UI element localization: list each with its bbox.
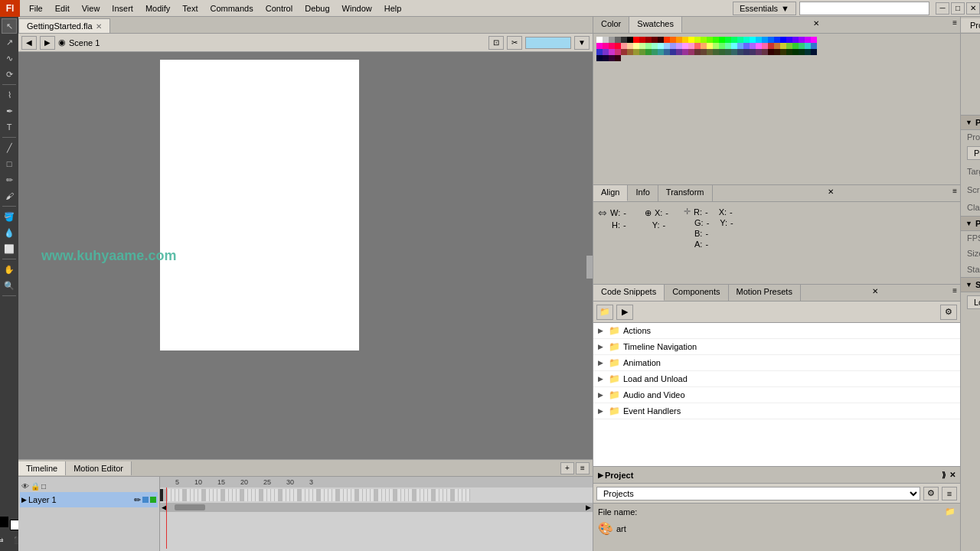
color-swatch[interactable] [603, 49, 609, 55]
color-swatch[interactable] [811, 37, 817, 43]
snippets-item-actions[interactable]: ▶ 📁 Actions [593, 323, 960, 339]
color-swatch[interactable] [596, 55, 603, 61]
color-swatch[interactable] [688, 49, 694, 55]
timeline-scrollbar[interactable]: ◀ ▶ [160, 503, 593, 512]
color-swatch[interactable] [603, 55, 609, 61]
snippets-item-load-unload[interactable]: ▶ 📁 Load and Unload [593, 371, 960, 387]
color-swatch[interactable] [743, 49, 750, 55]
file-tab[interactable]: GettingStarted.fla ✕ [18, 18, 110, 33]
color-swatch[interactable] [786, 49, 792, 55]
color-swatch[interactable] [792, 43, 799, 49]
color-swatch[interactable] [621, 37, 627, 43]
color-swatch[interactable] [694, 49, 701, 55]
snippets-item-audio-video[interactable]: ▶ 📁 Audio and Video [593, 387, 960, 403]
color-swatch[interactable] [664, 37, 670, 43]
forward-button[interactable]: ▶ [40, 36, 55, 50]
color-swatch[interactable] [756, 37, 762, 43]
color-swatch[interactable] [682, 49, 688, 55]
menu-text[interactable]: Text [176, 2, 204, 15]
zoom-input[interactable]: 100% [525, 37, 571, 49]
color-swatch[interactable] [805, 37, 811, 43]
frame-cell[interactable] [466, 489, 470, 501]
tab-motion-presets[interactable]: Motion Presets [729, 285, 801, 301]
clip-button[interactable]: ✂ [507, 36, 522, 50]
color-swatch[interactable] [658, 37, 664, 43]
menu-edit[interactable]: Edit [49, 2, 76, 15]
publish-section-header[interactable]: ▼ PUBLISH [961, 115, 980, 130]
color-swatch[interactable] [596, 37, 603, 43]
swap-colors-button[interactable]: ⇄ [0, 533, 8, 548]
color-swatch[interactable] [743, 43, 750, 49]
color-swatch[interactable] [762, 49, 768, 55]
file-tab-close[interactable]: ✕ [96, 22, 102, 31]
color-swatch[interactable] [670, 43, 676, 49]
color-swatch[interactable] [615, 37, 621, 43]
tool-pencil[interactable]: ✏ [2, 172, 17, 187]
color-swatch[interactable] [737, 37, 743, 43]
swf-history-header[interactable]: ▼ SWF HISTORY [961, 277, 980, 292]
color-swatch[interactable] [774, 37, 780, 43]
color-swatch[interactable] [719, 49, 725, 55]
color-swatch[interactable] [609, 43, 615, 49]
color-swatch[interactable] [774, 49, 780, 55]
color-swatch[interactable] [780, 37, 786, 43]
color-swatch[interactable] [627, 37, 633, 43]
color-swatch[interactable] [645, 37, 652, 43]
snippets-item-animation[interactable]: ▶ 📁 Animation [593, 355, 960, 371]
close-button[interactable]: ✕ [966, 2, 980, 15]
color-swatch[interactable] [621, 49, 627, 55]
minimize-button[interactable]: ─ [936, 2, 949, 15]
color-swatch[interactable] [652, 49, 658, 55]
color-swatch[interactable] [615, 43, 621, 49]
color-panel-expand[interactable]: ≡ [949, 17, 960, 33]
layer-1-row[interactable]: ▶ Layer 1 ✏ [20, 492, 158, 507]
color-swatch[interactable] [639, 37, 645, 43]
tool-select[interactable]: ↖ [2, 18, 17, 34]
projects-dropdown[interactable]: Projects [596, 487, 920, 500]
color-swatch[interactable] [780, 49, 786, 55]
publish-settings-btn[interactable]: Publish Settings... [967, 146, 980, 160]
timeline-add-layer[interactable]: + [560, 462, 574, 474]
color-swatch[interactable] [688, 43, 694, 49]
snippets-play-btn[interactable]: ▶ [616, 305, 633, 320]
color-swatch[interactable] [762, 37, 768, 43]
color-swatch[interactable] [707, 43, 713, 49]
snippets-item-timeline-nav[interactable]: ▶ 📁 Timeline Navigation [593, 339, 960, 355]
tool-eraser[interactable]: ⬜ [2, 241, 17, 256]
tab-properties[interactable]: Properties [961, 18, 980, 32]
menu-help[interactable]: Help [378, 2, 408, 15]
scrollbar-thumb[interactable] [175, 504, 205, 510]
color-swatch[interactable] [792, 49, 799, 55]
color-swatch[interactable] [786, 37, 792, 43]
color-swatch[interactable] [799, 37, 805, 43]
tool-subselect[interactable]: ↗ [2, 34, 17, 50]
color-swatch[interactable] [670, 49, 676, 55]
color-swatch[interactable] [670, 37, 676, 43]
color-swatch[interactable] [603, 43, 609, 49]
project-panel-close-btn[interactable]: ✕ [949, 471, 956, 479]
color-swatch[interactable] [792, 37, 799, 43]
color-swatch[interactable] [664, 43, 670, 49]
color-swatch[interactable] [701, 37, 707, 43]
color-swatch[interactable] [707, 37, 713, 43]
tool-eyedrop[interactable]: 💧 [2, 225, 17, 240]
color-swatch[interactable] [750, 49, 756, 55]
color-swatch[interactable] [799, 49, 805, 55]
color-swatch[interactable] [756, 49, 762, 55]
color-swatch[interactable] [609, 49, 615, 55]
tool-hand[interactable]: ✋ [2, 262, 17, 277]
color-swatch[interactable] [694, 37, 701, 43]
align-panel-expand[interactable]: ≡ [949, 185, 960, 201]
menu-debug[interactable]: Debug [299, 2, 335, 15]
maximize-button[interactable]: □ [951, 2, 965, 15]
color-swatch[interactable] [725, 49, 731, 55]
color-swatch[interactable] [639, 49, 645, 55]
color-swatch[interactable] [627, 49, 633, 55]
color-swatch[interactable] [719, 43, 725, 49]
color-swatch[interactable] [731, 49, 737, 55]
scroll-right-icon[interactable]: ▶ [586, 504, 591, 511]
timeline-settings[interactable]: ≡ [576, 462, 590, 474]
color-swatch[interactable] [633, 43, 639, 49]
color-swatch[interactable] [609, 37, 615, 43]
color-swatch[interactable] [713, 37, 719, 43]
